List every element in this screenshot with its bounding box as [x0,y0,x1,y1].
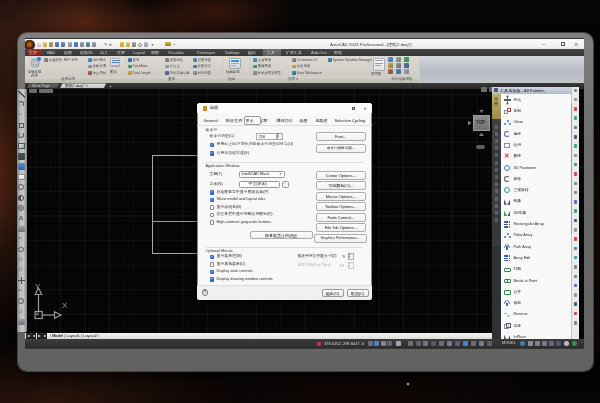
svg-text:X: X [62,301,67,310]
svg-text:Y: Y [35,282,41,291]
